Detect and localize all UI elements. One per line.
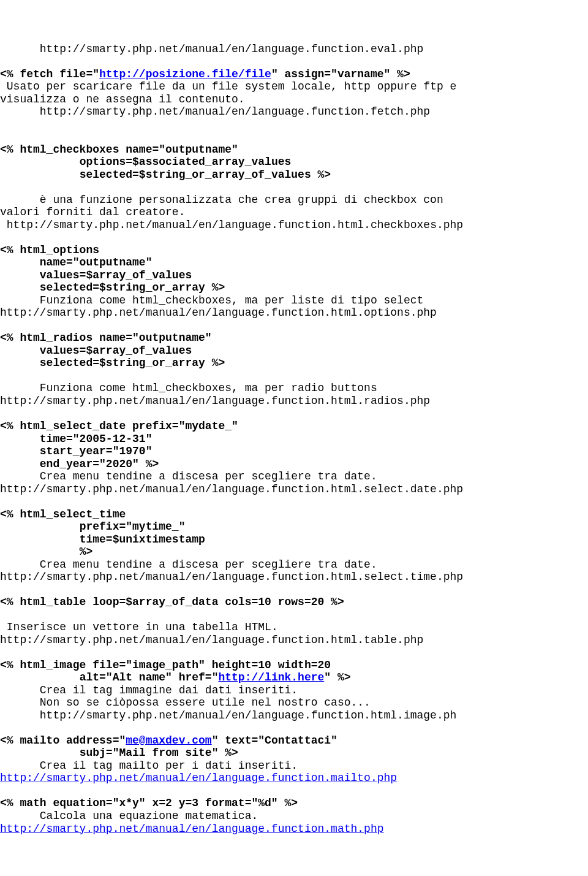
text: Crea il tag mailto per i dati inseriti. (40, 760, 298, 772)
text: è una funzione personalizzata che crea g… (40, 194, 443, 206)
code-text: options=$associated_array_values (80, 156, 292, 168)
document-page: http://smarty.php.net/manual/en/language… (0, 38, 588, 835)
document-body: http://smarty.php.net/manual/en/language… (0, 43, 588, 835)
text: http://smarty.php.net/manual/en/language… (0, 483, 463, 495)
code-text: " assign="varname" %> (271, 68, 410, 80)
code-text: %> (80, 546, 93, 558)
text: valori forniti dal creatore. (0, 206, 185, 218)
text: http://smarty.php.net/manual/en/language… (40, 105, 430, 118)
text: Non so se ciòpossa essere utile nel nost… (40, 696, 371, 709)
code-text: <% fetch file=" (0, 68, 99, 80)
text: http://smarty.php.net/manual/en/language… (0, 571, 463, 583)
code-text: <% html_table loop=$array_of_data cols=1… (0, 596, 344, 608)
code-text: alt="Alt name" href=" (80, 671, 219, 684)
code-text: <% html_options (0, 244, 99, 256)
code-text: " %> (324, 671, 350, 684)
code-text: subj="Mail from site" %> (80, 747, 238, 759)
text: http://smarty.php.net/manual/en/language… (0, 634, 423, 646)
code-text: <% math equation="x*y" x=2 y=3 format="%… (0, 797, 298, 809)
code-text: selected=$string_or_array %> (40, 281, 225, 294)
code-text: <% html_select_date prefix="mydate_" (0, 420, 238, 432)
code-text: prefix="mytime_" (80, 520, 186, 533)
code-text: time="2005-12-31" (40, 433, 153, 445)
link[interactable]: http://smarty.php.net/manual/en/language… (0, 823, 384, 835)
link[interactable]: http://smarty.php.net/manual/en/language… (0, 772, 397, 784)
code-text: values=$array_of_values (40, 269, 192, 281)
code-text: end_year="2020" %> (40, 458, 159, 470)
text: Inserisce un vettore in una tabella HTML… (7, 621, 278, 633)
code-text: selected=$string_or_array_of_values %> (80, 169, 331, 181)
text: http://smarty.php.net/manual/en/language… (7, 219, 463, 231)
text: http://smarty.php.net/manual/en/language… (40, 43, 424, 55)
code-text: <% html_select_time (0, 508, 126, 520)
link[interactable]: http://link.here (218, 671, 324, 684)
link[interactable]: http://posizione.file/file (99, 68, 271, 80)
text: Funziona come html_checkboxes, ma per ra… (40, 382, 377, 394)
text: visualizza o ne assegna il contenuto. (0, 93, 245, 105)
text: Crea menu tendine a discesa per sceglier… (40, 558, 377, 571)
text: Crea il tag immagine dai dati inseriti. (40, 684, 298, 696)
code-text: " text="Contattaci" (212, 734, 337, 747)
code-text: start_year="1970" (40, 445, 153, 457)
text: Calcola una equazione matematica. (40, 810, 258, 822)
text: http://smarty.php.net/manual/en/language… (0, 307, 437, 319)
code-text: name="outputname" (40, 256, 153, 269)
code-text: selected=$string_or_array %> (40, 357, 225, 369)
text: Usato per scaricare file da un file syst… (7, 80, 457, 93)
code-text: <% html_radios name="outputname" (0, 332, 212, 344)
text: http://smarty.php.net/manual/en/language… (40, 709, 457, 722)
text: Crea menu tendine a discesa per sceglier… (40, 470, 377, 482)
code-text: <% mailto address=" (0, 734, 126, 747)
code-text: values=$array_of_values (40, 345, 192, 357)
link[interactable]: me@maxdev.com (126, 734, 211, 747)
text: http://smarty.php.net/manual/en/language… (0, 395, 430, 407)
text: Funziona come html_checkboxes, ma per li… (40, 294, 424, 307)
code-text: time=$unixtimestamp (80, 533, 205, 546)
code-text: <% html_checkboxes name="outputname" (0, 143, 238, 156)
code-text: <% html_image file="image_path" height=1… (0, 659, 331, 671)
